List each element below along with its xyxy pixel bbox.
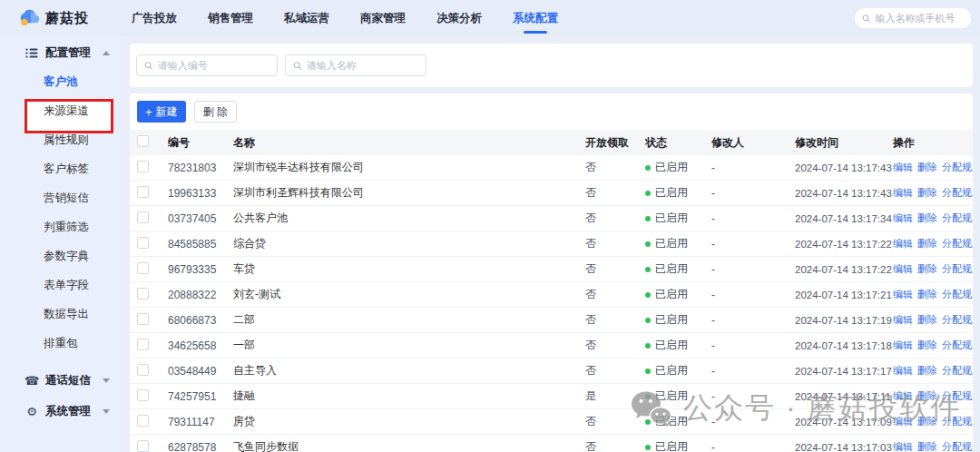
nav-item-sales-management[interactable]: 销售管理 [206,5,255,32]
sidebar-group-call-sms[interactable]: ☎ 通话短信 [0,365,122,396]
filter-name-field[interactable] [285,54,426,76]
cell-name: 捷融 [233,388,585,404]
row-checkbox[interactable] [137,364,149,376]
assign-rules-link[interactable]: 分配规则 [942,364,973,378]
sidebar-item-parameter-dict[interactable]: 参数字典 [0,241,122,270]
sidebar-item-attribute-rules[interactable]: 属性规则 [0,125,122,154]
nav-item-system-config[interactable]: 系统配置 [511,5,560,32]
column-header-editor: 修改人 [711,135,795,151]
sidebar-item-customer-tags[interactable]: 客户标签 [0,154,122,183]
cell-open: 否 [585,338,645,353]
column-header-open: 开放领取 [585,135,645,151]
cell-open: 否 [585,261,645,277]
delete-link[interactable]: 删除 [917,237,937,251]
assign-rules-link[interactable]: 分配规则 [942,161,973,174]
cell-open: 否 [585,439,645,452]
sidebar-item-marketing-sms[interactable]: 营销短信 [0,183,122,212]
edit-link[interactable]: 编辑 [893,161,913,174]
sidebar-group-config-management[interactable]: 配置管理 [0,38,122,67]
sidebar-item-data-export[interactable]: 数据导出 [0,300,122,329]
nav-item-merchant-management[interactable]: 商家管理 [358,5,407,32]
cell-status: 已启用 [645,338,711,353]
delete-link[interactable]: 删除 [917,161,937,174]
assign-rules-link[interactable]: 分配规则 [942,262,973,276]
edit-link[interactable]: 编辑 [893,389,913,403]
row-checkbox[interactable] [137,440,149,452]
cell-open: 否 [585,185,645,201]
column-header-status: 状态 [645,135,711,151]
delete-link[interactable]: 删除 [917,288,937,301]
assign-rules-link[interactable]: 分配规则 [942,237,973,251]
edit-link[interactable]: 编辑 [893,288,913,301]
assign-rules-link[interactable]: 分配规则 [942,186,973,200]
cell-id: 03737405 [168,212,233,225]
filter-name-input[interactable] [307,60,418,71]
edit-link[interactable]: 编辑 [893,440,913,452]
cell-actions: 编辑 删除 分配规则 [893,237,973,251]
cell-id: 96793335 [168,263,233,276]
delete-link[interactable]: 删除 [917,415,937,428]
cell-status: 已启用 [645,185,711,201]
edit-link[interactable]: 编辑 [893,313,913,327]
row-checkbox[interactable] [137,161,149,172]
assign-rules-link[interactable]: 分配规则 [942,415,973,428]
sidebar-item-dedupe-package[interactable]: 排重包 [0,329,122,358]
delete-link[interactable]: 删除 [917,364,937,378]
sidebar-item-customer-pool[interactable]: 客户池 [0,67,122,96]
edit-link[interactable]: 编辑 [893,339,913,352]
edit-link[interactable]: 编辑 [893,262,913,276]
assign-rules-link[interactable]: 分配规则 [942,440,973,452]
delete-link[interactable]: 删除 [917,313,937,327]
select-all-checkbox[interactable] [137,135,149,147]
row-checkbox[interactable] [137,262,149,274]
global-search[interactable] [855,8,971,28]
sidebar-item-form-fields[interactable]: 表单字段 [0,270,122,300]
delete-link[interactable]: 删除 [917,440,937,452]
cell-time: 2024-07-14 13:17:09 [795,417,893,427]
delete-button[interactable]: 删 除 [194,101,237,123]
assign-rules-link[interactable]: 分配规则 [942,389,973,403]
cell-id: 78231803 [168,162,233,174]
filter-id-input[interactable] [158,60,270,71]
sidebar-item-source-channel[interactable]: 来源渠道 [0,96,122,125]
table-row: 74257951 捷融 是 已启用 - 2024-07-14 13:17:11 … [130,384,973,409]
delete-link[interactable]: 删除 [917,186,937,200]
cell-editor: - [711,314,795,327]
gear-icon: ⚙ [25,405,38,418]
delete-link[interactable]: 删除 [917,339,937,352]
row-checkbox[interactable] [137,313,149,325]
row-checkbox[interactable] [137,389,149,401]
assign-rules-link[interactable]: 分配规则 [942,211,973,225]
edit-link[interactable]: 编辑 [893,211,913,225]
delete-link[interactable]: 删除 [917,211,937,225]
row-checkbox[interactable] [137,415,149,427]
sidebar-group-system-management[interactable]: ⚙ 系统管理 [0,396,122,427]
cell-editor: - [711,162,795,174]
nav-item-decision-analysis[interactable]: 决策分析 [435,5,484,32]
row-checkbox[interactable] [137,186,149,198]
row-checkbox[interactable] [137,237,149,249]
sidebar-item-dedupe-filter[interactable]: 判重筛选 [0,212,122,241]
assign-rules-link[interactable]: 分配规则 [942,339,973,352]
row-checkbox[interactable] [137,211,149,223]
delete-link[interactable]: 删除 [917,389,937,403]
table-row: 62878578 飞鱼同步数据 否 已启用 - 2024-07-14 13:17… [130,435,973,452]
assign-rules-link[interactable]: 分配规则 [942,288,973,301]
nav-item-private-domain[interactable]: 私域运营 [282,5,331,32]
column-header-time: 修改时间 [795,135,893,151]
cell-actions: 编辑 删除 分配规则 [893,161,973,174]
nav-item-ad-delivery[interactable]: 广告投放 [130,5,179,32]
edit-link[interactable]: 编辑 [893,364,913,378]
global-search-input[interactable] [876,13,964,24]
edit-link[interactable]: 编辑 [893,186,913,200]
row-checkbox[interactable] [137,339,149,350]
create-button[interactable]: + 新建 [137,101,186,123]
row-checkbox[interactable] [137,288,149,300]
assign-rules-link[interactable]: 分配规则 [942,313,973,327]
edit-link[interactable]: 编辑 [893,237,913,251]
filter-id-field[interactable] [136,54,278,76]
edit-link[interactable]: 编辑 [893,415,913,428]
cell-editor: - [711,416,795,428]
delete-link[interactable]: 删除 [917,262,937,276]
data-table: 编号 名称 开放领取 状态 修改人 修改时间 操作 78231803 深圳市锐丰… [130,130,973,452]
